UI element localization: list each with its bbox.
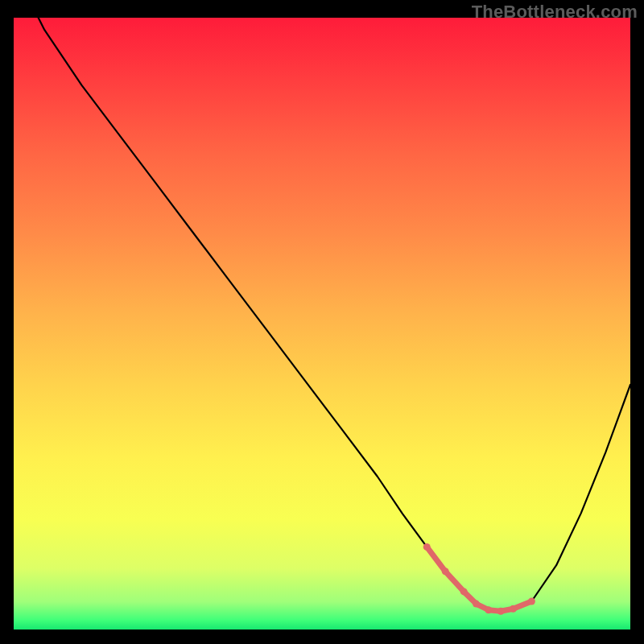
chart-container: TheBottleneck.com	[0, 0, 644, 644]
plot-area	[14, 18, 630, 630]
bottleneck-curve	[14, 18, 630, 611]
optimum-dot	[528, 598, 535, 605]
optimum-dot	[460, 588, 468, 595]
curve-layer	[14, 18, 630, 630]
optimum-dot	[473, 601, 480, 608]
optimum-dot	[485, 606, 492, 613]
optimum-highlight	[427, 547, 531, 611]
optimum-dot	[510, 605, 517, 613]
watermark-text: TheBottleneck.com	[472, 2, 638, 23]
optimum-dot	[442, 568, 449, 575]
optimum-dot	[497, 608, 505, 615]
optimum-dot	[423, 543, 431, 551]
